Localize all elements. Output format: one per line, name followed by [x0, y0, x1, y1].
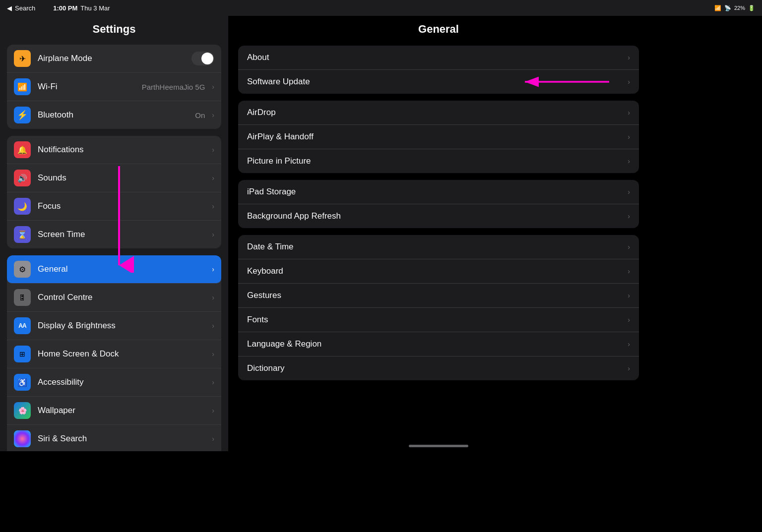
settings-row-fonts[interactable]: Fonts ›	[238, 308, 639, 332]
keyboard-label: Keyboard	[247, 266, 624, 276]
status-date: Thu 3 Mar	[80, 4, 110, 12]
sidebar-group-general: ⚙ General › 🎛 Control Centre › AA Displa…	[7, 255, 221, 451]
airplane-toggle[interactable]	[191, 52, 214, 65]
airplane-label: Airplane Mode	[38, 54, 191, 63]
accessibility-label: Accessibility	[38, 377, 208, 387]
language-label: Language & Region	[247, 339, 624, 349]
wallpaper-chevron: ›	[212, 407, 214, 414]
control-centre-chevron: ›	[212, 294, 214, 301]
sidebar-item-general[interactable]: ⚙ General ›	[7, 255, 221, 284]
home-screen-chevron: ›	[212, 350, 214, 358]
settings-group-locale: Date & Time › Keyboard › Gestures › Font…	[238, 235, 639, 380]
home-screen-icon: ⊞	[14, 346, 31, 362]
bg-refresh-chevron: ›	[628, 212, 630, 220]
screen-time-label: Screen Time	[38, 230, 208, 239]
settings-row-keyboard[interactable]: Keyboard ›	[238, 259, 639, 284]
sidebar-item-airplane-mode[interactable]: ✈ Airplane Mode	[7, 45, 221, 73]
settings-row-language[interactable]: Language & Region ›	[238, 332, 639, 356]
settings-row-bg-refresh[interactable]: Background App Refresh ›	[238, 204, 639, 228]
siri-label: Siri & Search	[38, 434, 208, 444]
settings-row-ipad-storage[interactable]: iPad Storage ›	[238, 180, 639, 204]
sidebar-item-bluetooth[interactable]: ⚡ Bluetooth On ›	[7, 101, 221, 129]
settings-row-about[interactable]: About ›	[238, 46, 639, 70]
about-label: About	[247, 53, 624, 62]
airplane-icon: ✈	[14, 50, 31, 67]
search-back-label[interactable]: Search	[15, 4, 35, 12]
bg-refresh-label: Background App Refresh	[247, 211, 624, 221]
sounds-icon: 🔊	[14, 170, 31, 186]
focus-icon: 🌙	[14, 198, 31, 215]
toggle-knob	[201, 53, 213, 64]
main-title: General	[228, 16, 649, 41]
sidebar-item-display[interactable]: AA Display & Brightness ›	[7, 312, 221, 340]
sidebar-item-focus[interactable]: 🌙 Focus ›	[7, 192, 221, 221]
sidebar-item-notifications[interactable]: 🔔 Notifications ›	[7, 136, 221, 164]
airplay-chevron: ›	[628, 133, 630, 141]
wifi-icon: 📶	[14, 78, 31, 95]
home-indicator	[409, 445, 468, 447]
focus-chevron: ›	[212, 202, 214, 210]
sidebar: Settings ✈ Airplane Mode 📶 Wi-Fi ParthHe…	[0, 0, 228, 451]
status-bar: ◀ Search 1:00 PM Thu 3 Mar 📶 📡 22% 🔋	[0, 0, 649, 16]
pip-label: Picture in Picture	[247, 156, 624, 166]
about-chevron: ›	[628, 54, 630, 61]
wifi-label: Wi-Fi	[38, 82, 142, 92]
sidebar-item-wallpaper[interactable]: 🌸 Wallpaper ›	[7, 397, 221, 425]
wifi-chevron: ›	[212, 83, 214, 91]
language-chevron: ›	[628, 340, 630, 348]
airplay-label: AirPlay & Handoff	[247, 132, 624, 142]
display-icon: AA	[14, 317, 31, 334]
notifications-label: Notifications	[38, 145, 208, 155]
wallpaper-icon: 🌸	[14, 402, 31, 419]
bluetooth-value: On	[195, 111, 205, 119]
software-update-chevron: ›	[628, 78, 630, 86]
status-left: ◀ Search 1:00 PM Thu 3 Mar	[7, 4, 110, 12]
bluetooth-label: Bluetooth	[38, 110, 195, 120]
control-centre-icon: 🎛	[14, 289, 31, 306]
sidebar-item-siri[interactable]: Siri & Search ›	[7, 425, 221, 451]
wifi-value: ParthHeemaJio 5G	[142, 83, 205, 91]
dictionary-label: Dictionary	[247, 363, 624, 373]
gestures-chevron: ›	[628, 292, 630, 299]
settings-row-date-time[interactable]: Date & Time ›	[238, 235, 639, 259]
sounds-label: Sounds	[38, 173, 208, 183]
settings-row-airplay[interactable]: AirPlay & Handoff ›	[238, 125, 639, 149]
sounds-chevron: ›	[212, 174, 214, 182]
settings-row-pip[interactable]: Picture in Picture ›	[238, 149, 639, 173]
notifications-chevron: ›	[212, 146, 214, 154]
back-arrow-icon: ◀	[7, 4, 12, 12]
accessibility-icon: ♿	[14, 374, 31, 391]
sidebar-item-screen-time[interactable]: ⌛ Screen Time ›	[7, 221, 221, 248]
bluetooth-icon: ⚡	[14, 107, 31, 123]
sidebar-item-accessibility[interactable]: ♿ Accessibility ›	[7, 368, 221, 397]
general-icon: ⚙	[14, 261, 31, 278]
settings-row-software-update[interactable]: Software Update ›	[238, 70, 639, 94]
fonts-chevron: ›	[628, 316, 630, 324]
home-screen-label: Home Screen & Dock	[38, 349, 208, 359]
settings-row-gestures[interactable]: Gestures ›	[238, 284, 639, 308]
sidebar-item-home-screen[interactable]: ⊞ Home Screen & Dock ›	[7, 340, 221, 368]
focus-label: Focus	[38, 201, 208, 211]
sidebar-content: ✈ Airplane Mode 📶 Wi-Fi ParthHeemaJio 5G…	[0, 41, 228, 451]
pink-arrow-annotation	[520, 74, 619, 89]
sidebar-group-connectivity: ✈ Airplane Mode 📶 Wi-Fi ParthHeemaJio 5G…	[7, 45, 221, 129]
control-centre-label: Control Centre	[38, 293, 208, 302]
settings-group-about: About › Software Update ›	[238, 46, 639, 94]
screen-time-icon: ⌛	[14, 226, 31, 243]
siri-icon	[14, 430, 31, 447]
airdrop-label: AirDrop	[247, 108, 624, 118]
ipad-storage-chevron: ›	[628, 188, 630, 196]
keyboard-chevron: ›	[628, 267, 630, 275]
screen-time-chevron: ›	[212, 231, 214, 238]
main-panel: General About › Software Update	[228, 0, 649, 451]
siri-chevron: ›	[212, 435, 214, 443]
sidebar-item-wifi[interactable]: 📶 Wi-Fi ParthHeemaJio 5G ›	[7, 73, 221, 101]
general-label: General	[38, 264, 208, 274]
sidebar-item-sounds[interactable]: 🔊 Sounds ›	[7, 164, 221, 192]
settings-row-dictionary[interactable]: Dictionary ›	[238, 356, 639, 380]
general-chevron: ›	[212, 265, 214, 273]
pip-chevron: ›	[628, 157, 630, 165]
settings-row-airdrop[interactable]: AirDrop ›	[238, 101, 639, 125]
dictionary-chevron: ›	[628, 364, 630, 372]
sidebar-item-control-centre[interactable]: 🎛 Control Centre ›	[7, 284, 221, 312]
